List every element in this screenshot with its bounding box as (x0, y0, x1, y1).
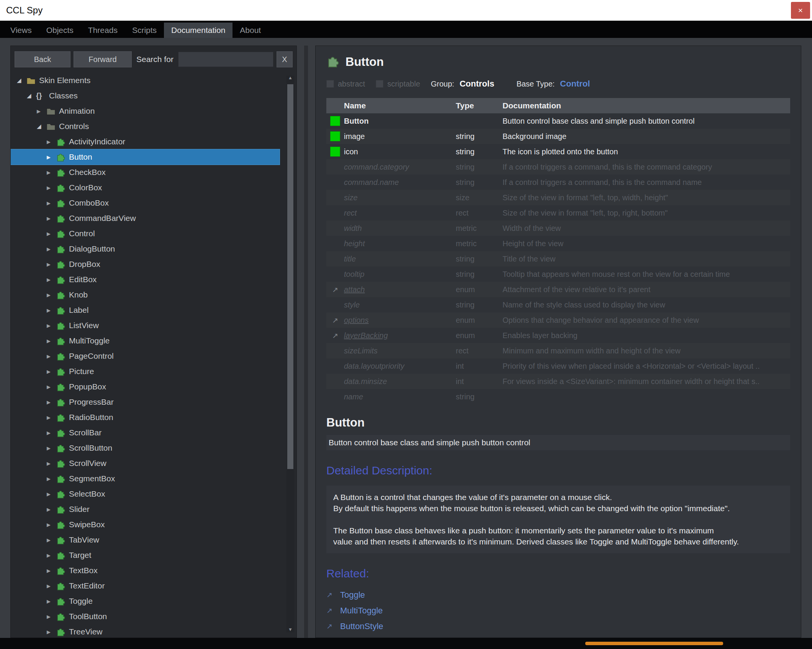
tree-item-toggle[interactable]: ▶Toggle (11, 593, 280, 609)
tree-item-selectbox[interactable]: ▶SelectBox (11, 486, 280, 502)
tree-item-dialogbutton[interactable]: ▶DialogButton (11, 241, 280, 257)
tree-item-combobox[interactable]: ▶ComboBox (11, 195, 280, 211)
tree-item-label[interactable]: ▶Label (11, 302, 280, 318)
tab-scripts[interactable]: Scripts (125, 23, 164, 38)
tree-item-pagecontrol[interactable]: ▶PageControl (11, 348, 280, 364)
expander-collapsed-icon[interactable]: ▶ (47, 384, 56, 390)
expander-collapsed-icon[interactable]: ▶ (47, 338, 56, 344)
clear-search-button[interactable]: X (277, 51, 293, 67)
tree-item-toolbutton[interactable]: ▶ToolButton (11, 609, 280, 624)
tree-item-popupbox[interactable]: ▶PopupBox (11, 379, 280, 394)
tree-item-target[interactable]: ▶Target (11, 548, 280, 563)
tree-item-texteditor[interactable]: ▶TextEditor (11, 578, 280, 593)
tree-item-slider[interactable]: ▶Slider (11, 502, 280, 517)
expander-collapsed-icon[interactable]: ▶ (47, 614, 56, 620)
expander-collapsed-icon[interactable]: ▶ (47, 200, 56, 206)
panel-splitter[interactable] (304, 46, 308, 638)
expander-expanded-icon[interactable]: ◢ (17, 77, 26, 84)
expander-collapsed-icon[interactable]: ▶ (47, 553, 56, 558)
tree-item-segmentbox[interactable]: ▶SegmentBox (11, 471, 280, 486)
back-button[interactable]: Back (15, 51, 70, 67)
tree-item-textbox[interactable]: ▶TextBox (11, 563, 280, 578)
tab-objects[interactable]: Objects (39, 23, 81, 38)
tree-item-scrollbar[interactable]: ▶ScrollBar (11, 425, 280, 440)
expander-collapsed-icon[interactable]: ▶ (47, 583, 56, 589)
expander-collapsed-icon[interactable]: ▶ (47, 522, 56, 528)
expander-collapsed-icon[interactable]: ▶ (47, 262, 56, 267)
related-link-label[interactable]: ButtonStyle (340, 621, 383, 631)
forward-button[interactable]: Forward (74, 51, 132, 67)
expander-collapsed-icon[interactable]: ▶ (47, 154, 56, 160)
expander-collapsed-icon[interactable]: ▶ (47, 369, 56, 374)
tree-item-knob[interactable]: ▶Knob (11, 287, 280, 302)
expander-collapsed-icon[interactable]: ▶ (47, 170, 56, 175)
expander-collapsed-icon[interactable]: ▶ (47, 277, 56, 283)
expander-collapsed-icon[interactable]: ▶ (47, 491, 56, 497)
tree-item-radiobutton[interactable]: ▶RadioButton (11, 410, 280, 425)
tree-item-checkbox[interactable]: ▶CheckBox (11, 165, 280, 180)
tree-item-multitoggle[interactable]: ▶MultiToggle (11, 333, 280, 348)
tree-item-swipebox[interactable]: ▶SwipeBox (11, 517, 280, 532)
tree-item-picture[interactable]: ▶Picture (11, 364, 280, 379)
tree-item-colorbox[interactable]: ▶ColorBox (11, 180, 280, 195)
tab-documentation[interactable]: Documentation (164, 23, 232, 38)
property-name[interactable]: attach (344, 285, 456, 294)
expander-collapsed-icon[interactable]: ▶ (47, 246, 56, 252)
close-button[interactable]: × (791, 2, 810, 19)
tree-item-listview[interactable]: ▶ListView (11, 318, 280, 333)
tree-scrollbar[interactable]: ▲ ▼ (286, 76, 294, 632)
expander-collapsed-icon[interactable]: ▶ (47, 399, 56, 405)
tree-item-activityindicator[interactable]: ▶ActivityIndicator (11, 134, 280, 149)
expander-collapsed-icon[interactable]: ▶ (47, 185, 56, 191)
scrollbar-thumb[interactable] (287, 84, 293, 469)
base-type-link[interactable]: Control (560, 79, 590, 89)
property-row-options[interactable]: ↗optionsenumOptions that change behavior… (326, 312, 790, 328)
expander-collapsed-icon[interactable]: ▶ (47, 461, 56, 466)
related-link-buttonstyle[interactable]: ↗ButtonStyle (326, 618, 790, 634)
tree-item-progressbar[interactable]: ▶ProgressBar (11, 394, 280, 410)
tree-item-commandbarview[interactable]: ▶CommandBarView (11, 211, 280, 226)
expander-expanded-icon[interactable]: ◢ (37, 123, 46, 130)
expander-collapsed-icon[interactable]: ▶ (47, 231, 56, 237)
expander-expanded-icon[interactable]: ◢ (27, 92, 36, 99)
expander-collapsed-icon[interactable]: ▶ (47, 415, 56, 420)
tree-item-control[interactable]: ▶Control (11, 226, 280, 241)
tree-item-controls[interactable]: ◢Controls (11, 119, 280, 134)
expander-collapsed-icon[interactable]: ▶ (47, 507, 56, 512)
property-row-layerbacking[interactable]: ↗layerBackingenumEnables layer backing (326, 328, 790, 343)
expander-collapsed-icon[interactable]: ▶ (37, 108, 46, 114)
expander-collapsed-icon[interactable]: ▶ (47, 139, 56, 145)
tree-item-classes[interactable]: ◢{}Classes (11, 88, 280, 103)
property-row-attach[interactable]: ↗attachenumAttachment of the view relati… (326, 282, 790, 297)
property-name[interactable]: options (344, 316, 456, 325)
tree-item-skin-elements[interactable]: ◢Skin Elements (11, 73, 280, 88)
scroll-up-icon[interactable]: ▲ (286, 75, 294, 80)
related-link-label[interactable]: Toggle (340, 590, 365, 600)
search-input[interactable] (178, 52, 273, 67)
related-link-label[interactable]: MultiToggle (340, 606, 383, 616)
expander-collapsed-icon[interactable]: ▶ (47, 629, 56, 635)
tree-item-animation[interactable]: ▶Animation (11, 103, 280, 119)
tree-item-scrollview[interactable]: ▶ScrollView (11, 456, 280, 471)
related-link-multitoggle[interactable]: ↗MultiToggle (326, 603, 790, 618)
tree-item-button[interactable]: ▶Button (11, 149, 280, 165)
expander-collapsed-icon[interactable]: ▶ (47, 476, 56, 482)
tab-about[interactable]: About (232, 23, 268, 38)
expander-collapsed-icon[interactable]: ▶ (47, 537, 56, 543)
expander-collapsed-icon[interactable]: ▶ (47, 307, 56, 313)
expander-collapsed-icon[interactable]: ▶ (47, 445, 56, 451)
expander-collapsed-icon[interactable]: ▶ (47, 568, 56, 574)
scroll-down-icon[interactable]: ▼ (286, 627, 294, 632)
expander-collapsed-icon[interactable]: ▶ (47, 353, 56, 359)
expander-collapsed-icon[interactable]: ▶ (47, 216, 56, 221)
expander-collapsed-icon[interactable]: ▶ (47, 292, 56, 298)
tree-item-treeview[interactable]: ▶TreeView (11, 624, 280, 638)
tree-item-tabview[interactable]: ▶TabView (11, 532, 280, 548)
tab-threads[interactable]: Threads (81, 23, 125, 38)
expander-collapsed-icon[interactable]: ▶ (47, 323, 56, 329)
property-name[interactable]: layerBacking (344, 331, 456, 340)
expander-collapsed-icon[interactable]: ▶ (47, 598, 56, 604)
tree-item-editbox[interactable]: ▶EditBox (11, 272, 280, 287)
tree-item-dropbox[interactable]: ▶DropBox (11, 257, 280, 272)
related-link-toggle[interactable]: ↗Toggle (326, 587, 790, 603)
